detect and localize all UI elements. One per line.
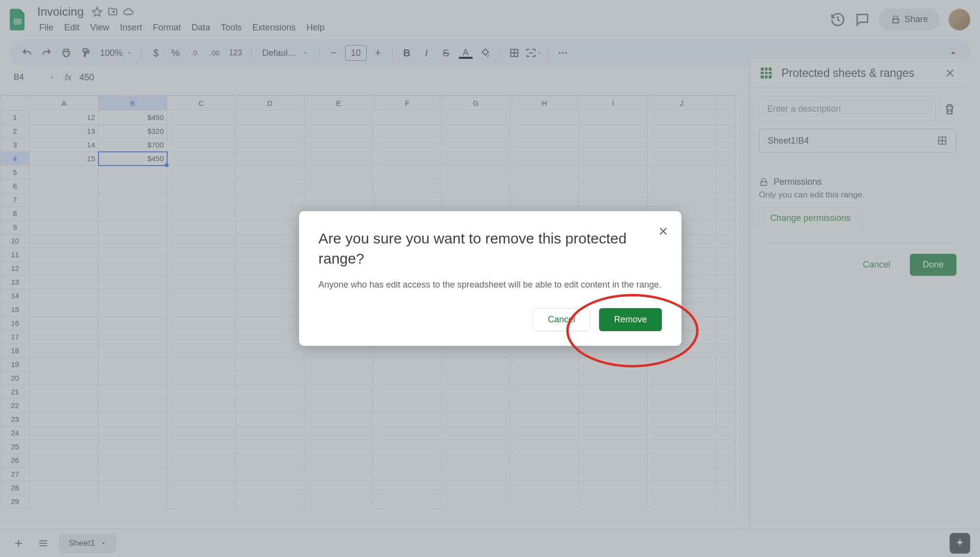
confirm-remove-dialog: Are you sure you want to remove this pro… — [299, 211, 681, 346]
dialog-remove-button[interactable]: Remove — [599, 308, 661, 331]
close-icon[interactable] — [657, 225, 670, 238]
dialog-title: Are you sure you want to remove this pro… — [319, 229, 662, 268]
modal-overlay: Are you sure you want to remove this pro… — [0, 0, 980, 557]
dialog-cancel-button[interactable]: Cancel — [532, 308, 590, 331]
dialog-body: Anyone who has edit access to the spread… — [319, 278, 662, 291]
